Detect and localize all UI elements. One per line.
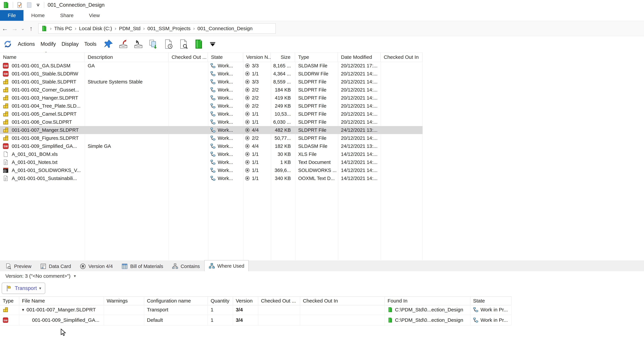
column-header-state[interactable]: State	[208, 53, 243, 62]
file-row[interactable]: A_001-001_SOLIDWORKS_V...Work...1/1369,6…	[0, 166, 422, 174]
state-cell: Work...	[208, 176, 243, 181]
menu-actions[interactable]: Actions	[18, 41, 35, 47]
tab-contains[interactable]: Contains	[168, 261, 204, 271]
column-header-version[interactable]: Version N...	[243, 53, 271, 62]
size-cell: 184 KB	[271, 87, 295, 93]
version-cell: 2/2	[243, 95, 271, 101]
wu-column-found-in[interactable]: Found In	[385, 297, 470, 305]
check-in-quick-icon[interactable]	[16, 2, 23, 8]
where-used-panel: Version: 3 ("<No comment>") ▾ Transport …	[0, 271, 644, 362]
file-row[interactable]: A_001_001_BOM.xlsWork...1/130 KBXLS File…	[0, 150, 422, 158]
column-header-size[interactable]: Size	[271, 53, 295, 62]
wu-column-type[interactable]: Type	[0, 297, 19, 305]
wu-column-state[interactable]: State	[470, 297, 512, 305]
check-out-icon[interactable]	[118, 39, 128, 49]
file-row[interactable]: A_001-001-001_Sustainabili...Work...1/13…	[0, 174, 422, 182]
file-quick-icon[interactable]	[26, 2, 32, 8]
forward-button-icon[interactable]: →	[10, 25, 20, 32]
sw-part-icon	[3, 127, 9, 133]
ribbon-tab-share[interactable]: Share	[52, 10, 81, 21]
refresh-icon[interactable]	[3, 39, 13, 49]
doc-text-icon	[3, 159, 9, 165]
sw-part-icon	[3, 135, 9, 141]
tab-data-card[interactable]: Data Card	[36, 261, 75, 271]
menu-display[interactable]: Display	[62, 41, 79, 47]
column-header-date-modified[interactable]: Date Modified	[338, 53, 381, 62]
toolbar-dropdown-icon[interactable]	[209, 40, 216, 48]
file-row[interactable]: 001-001-003_Hanger.SLDPRTWork...2/2419 K…	[0, 94, 422, 102]
version-icon	[245, 136, 250, 141]
search-files-icon[interactable]	[178, 39, 189, 49]
file-row[interactable]: A_001-001_Notes.txtWork...1/11 KBText Do…	[0, 158, 422, 166]
check-in-icon[interactable]	[133, 39, 144, 49]
breadcrumb-local-disk[interactable]: Local Disk (C:)	[79, 26, 112, 31]
column-header-description[interactable]: Description	[85, 53, 168, 62]
version-label: 4/4	[252, 143, 258, 149]
date-modified-cell: 20/12/2021 14:...	[338, 95, 381, 101]
where-used-row[interactable]: SW001-001-009_Simplified_GA...Default13/…	[0, 315, 512, 326]
date-modified-cell: 24/12/2021 13:...	[338, 143, 381, 149]
state-label: Work...	[218, 79, 233, 85]
wu-column-configuration[interactable]: Configuration name	[144, 297, 208, 305]
column-header-type[interactable]: Type	[295, 53, 338, 62]
ribbon-tab-file[interactable]: File	[0, 10, 24, 21]
breadcrumb-pdm-std[interactable]: PDM_Std	[119, 26, 140, 31]
version-label: 1/1	[252, 176, 258, 181]
wu-column-checked-out-in[interactable]: Checked Out In	[300, 297, 385, 305]
file-row[interactable]: 001-001-001_Stable.SLDPRTStructure Syste…	[0, 78, 422, 86]
ribbon-tab-view[interactable]: View	[81, 10, 107, 21]
back-button-icon[interactable]: ←	[0, 25, 10, 32]
ribbon-tab-home[interactable]: Home	[24, 10, 52, 21]
file-row[interactable]: 001-001-002_Corner_Gusset...Work...2/218…	[0, 86, 422, 94]
tab-bill-of-materials[interactable]: Bill of Materials	[117, 261, 168, 271]
file-row[interactable]: SW001-001-001_Stable.SLDDRWWork...1/14,3…	[0, 70, 422, 78]
version-icon	[245, 152, 250, 157]
version-icon	[245, 119, 250, 124]
file-name-cell: A_001-001-001_Sustainabili...	[0, 175, 85, 181]
get-version-icon[interactable]	[164, 39, 174, 49]
menu-tools[interactable]: Tools	[84, 41, 96, 47]
column-header-checked-out-in[interactable]: Checked Out In	[381, 53, 422, 62]
wu-column-warnings[interactable]: Warnings	[104, 297, 144, 305]
wu-column-version[interactable]: Version	[233, 297, 258, 305]
file-row[interactable]: SW001-001-001_GA.SLDASMGAWork...3/38,165…	[0, 62, 422, 70]
recent-locations-icon[interactable]: ⌄	[20, 26, 26, 31]
file-row[interactable]: 001-001-004_Tree_Plate.SLD...Work...2/22…	[0, 102, 422, 110]
breadcrumb-ssm-projects[interactable]: 001_SSM_Projects	[148, 26, 190, 31]
file-row[interactable]: 001-001-008_Figures.SLDPRTWork...2/250,7…	[0, 134, 422, 142]
pin-icon[interactable]	[103, 39, 113, 49]
state-cell: Work...	[208, 168, 243, 173]
tab-version[interactable]: Version 4/4	[75, 261, 117, 271]
preview-icon	[5, 263, 12, 270]
address-bar[interactable]: › This PC › Local Disk (C:) › PDM_Std › …	[38, 23, 276, 34]
type-cell: SLDPRT File	[295, 103, 338, 109]
transport-filter-button[interactable]: Transport ▾	[2, 283, 45, 294]
file-row[interactable]: 001-001-006_Cow.SLDPRTWork...1/16,030 ..…	[0, 118, 422, 126]
column-header-name[interactable]: Name	[0, 53, 85, 62]
vault-view-icon[interactable]	[194, 39, 204, 49]
breadcrumb-connection-design[interactable]: 001_Connection_Design	[198, 26, 252, 31]
get-latest-version-icon[interactable]	[148, 39, 158, 49]
menu-modify[interactable]: Modify	[40, 41, 56, 47]
file-row[interactable]: 001-001-007_Manger.SLDPRTWork...4/4482 K…	[0, 126, 422, 134]
tab-preview[interactable]: Preview	[1, 261, 36, 271]
wu-column-checked-out[interactable]: Checked Out ...	[258, 297, 300, 305]
wu-column-quantity[interactable]: Quantity	[208, 297, 233, 305]
date-modified-cell: 20/12/2021 14:...	[338, 119, 381, 125]
breadcrumb-this-pc[interactable]: This PC	[54, 26, 72, 31]
version-selector-caret-icon: ▾	[74, 274, 76, 278]
file-name-cell: SW001-001-009_Simplified_GA...	[0, 143, 85, 149]
column-header-checked-out[interactable]: Checked Out ...	[168, 53, 208, 62]
date-modified-cell: 20/12/2021 14:...	[338, 103, 381, 109]
expander-icon[interactable]: ▾	[22, 307, 24, 312]
up-button-icon[interactable]: ↑	[26, 25, 36, 32]
file-row[interactable]: SW001-001-009_Simplified_GA...Simple GAW…	[0, 142, 422, 150]
version-selector[interactable]: Version: 3 ("<No comment>") ▾	[5, 273, 76, 279]
file-row[interactable]: 001-001-005_Camel.SLDPRTWork...1/110,53.…	[0, 110, 422, 118]
where-used-row[interactable]: ▾001-001-007_Manger.SLDPRTTransport13/4C…	[0, 305, 512, 315]
wu-column-file-name[interactable]: File Name	[19, 297, 104, 305]
tab-where-used[interactable]: Where Used	[204, 260, 249, 272]
wu-checked-out-cell	[258, 305, 300, 315]
workflow-state-icon	[210, 63, 216, 68]
quick-access-toolbar-arrow-icon[interactable]	[36, 2, 40, 7]
